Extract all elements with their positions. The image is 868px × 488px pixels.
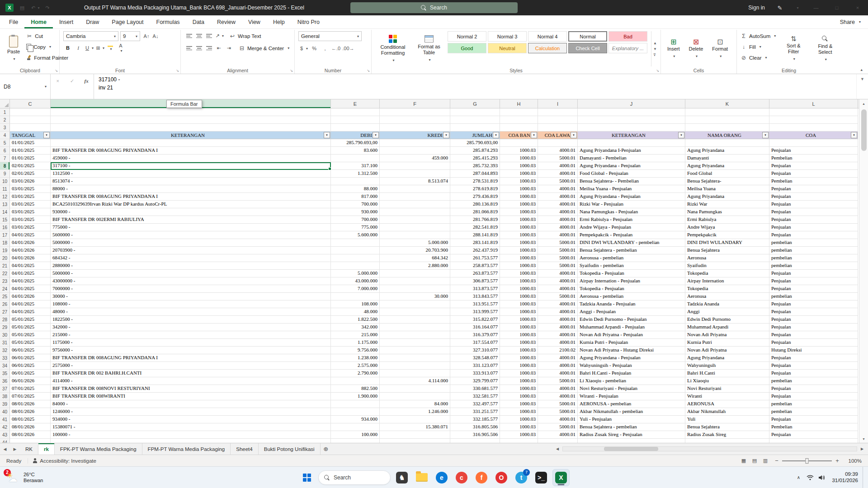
cell-K17[interactable]: Pempekpakcik	[685, 231, 769, 239]
cell-I34[interactable]: 4000.01	[538, 362, 578, 370]
cell-I32[interactable]: 2100.02	[538, 347, 578, 354]
cell-E6[interactable]: 83.600	[331, 147, 380, 155]
cell-J7[interactable]: Damayanti - Pembelian	[578, 155, 685, 162]
cell-E9[interactable]: 1.312.500	[331, 170, 380, 178]
cell-G38[interactable]: 332.581.577	[450, 393, 500, 400]
row-header-22[interactable]: 22	[0, 270, 10, 277]
cell-J18[interactable]: DINI DWI WULANDARY - pembelian	[578, 239, 685, 247]
cell-D5[interactable]	[51, 139, 331, 147]
cell-G17[interactable]: 288.141.819	[450, 231, 500, 239]
cell-F38[interactable]	[380, 393, 450, 400]
cell-K34[interactable]: Wahyuningsih	[685, 362, 769, 370]
cell-C3[interactable]	[10, 124, 51, 131]
align-left-icon[interactable]	[184, 44, 193, 53]
column-header-G[interactable]: G	[450, 99, 500, 108]
cell-I28[interactable]: 4000.01	[538, 316, 578, 324]
cell-L44[interactable]	[769, 439, 858, 443]
cell-D14[interactable]: 930000 -	[51, 208, 331, 216]
scroll-left-icon[interactable]: ◀	[553, 447, 561, 451]
cell-D16[interactable]: 775000 -	[51, 224, 331, 231]
cell-G12[interactable]: 279.436.819	[450, 193, 500, 201]
weather-widget[interactable]: 2 ☀ ☁ 26°C Berawan	[2, 467, 47, 488]
taskbar-app-firefox[interactable]: f	[473, 469, 490, 486]
cell-H36[interactable]: 1000.03	[500, 377, 538, 385]
cell-D1[interactable]	[51, 108, 331, 116]
cell-J16[interactable]: Andre Wijaya - Penjualan	[578, 224, 685, 231]
cell-I30[interactable]: 4000.01	[538, 331, 578, 339]
row-header-32[interactable]: 32	[0, 347, 10, 354]
tab-review[interactable]: Review	[211, 15, 242, 28]
cell-G29[interactable]: 316.164.077	[450, 324, 500, 331]
cell-I39[interactable]: 5000.01	[538, 400, 578, 408]
cell-G11[interactable]: 278.619.819	[450, 185, 500, 193]
cell-L39[interactable]: pembelian	[769, 400, 858, 408]
conditional-formatting-button[interactable]: Conditional Formatting	[375, 31, 410, 66]
cell-L43[interactable]: Penjualan	[769, 431, 858, 439]
cell-F21[interactable]: 2.880.000	[380, 262, 450, 270]
wifi-icon[interactable]	[805, 471, 816, 484]
cell-L30[interactable]: Penjualan	[769, 331, 858, 339]
taskbar-app-file-explorer[interactable]	[413, 469, 430, 486]
filter-button-nama-orang[interactable]: ▾	[762, 132, 769, 138]
cell-D11[interactable]: 88000 -	[51, 185, 331, 193]
tab-page-layout[interactable]: Page Layout	[105, 15, 150, 28]
cell-D7[interactable]: 459000 -	[51, 155, 331, 162]
cell-L14[interactable]: Penjualan	[769, 208, 858, 216]
cell-J37[interactable]: Novi Resturiyani - Penjualan	[578, 385, 685, 393]
increase-decimal-icon[interactable]: ←.0	[331, 44, 340, 53]
row-header-9[interactable]: 9	[0, 170, 10, 178]
cell-style-good[interactable]: Good	[448, 43, 486, 53]
cell-J36[interactable]: Li Xiaoqiu - pembelian	[578, 377, 685, 385]
maximize-button[interactable]: □	[826, 0, 847, 15]
cell-style-bad[interactable]: Bad	[609, 31, 647, 42]
cell-D35[interactable]: BIF TRANSFER DR 002 BAHRI.H.CANTI	[51, 370, 331, 377]
cell-L36[interactable]: pembelian	[769, 377, 858, 385]
cell-G15[interactable]: 281.766.819	[450, 216, 500, 224]
cell-D29[interactable]: 342000 -	[51, 324, 331, 331]
cell-L19[interactable]: pembelian	[769, 247, 858, 254]
cell-H30[interactable]: 1000.03	[500, 331, 538, 339]
cell-J34[interactable]: Wahyuningsih - Penjualan	[578, 362, 685, 370]
row-header-4[interactable]: 4	[0, 131, 10, 139]
cell-L17[interactable]: Penjualan	[769, 231, 858, 239]
cell-L10[interactable]: Pembelian	[769, 178, 858, 185]
column-header-H[interactable]: H	[500, 99, 538, 108]
cell-J21[interactable]: Syaifudin - pembelian	[578, 262, 685, 270]
cell-C7[interactable]: 01/01/2025	[10, 155, 51, 162]
cell-J13[interactable]: Rizki War - Penjualan	[578, 201, 685, 208]
font-size-select[interactable]: 9	[120, 31, 140, 41]
cell-L12[interactable]: Penjualan	[769, 193, 858, 201]
delete-cells-button[interactable]: ⊠ Delete	[686, 31, 706, 66]
cell-D10[interactable]: 8513074 -	[51, 178, 331, 185]
cell-H1[interactable]	[500, 108, 538, 116]
cell-L5[interactable]	[769, 139, 858, 147]
cell-C43[interactable]: 08/01/2026	[10, 431, 51, 439]
cell-F32[interactable]	[380, 347, 450, 354]
tab-home[interactable]: Home	[24, 15, 53, 28]
cell-C18[interactable]: 04/01/2026	[10, 239, 51, 247]
cell-J43[interactable]: Radius Zusak Sireg - Penjualan	[578, 431, 685, 439]
clock[interactable]: 09:39 31/01/2026	[828, 471, 862, 483]
cell-F13[interactable]	[380, 201, 450, 208]
cell-E18[interactable]	[331, 239, 380, 247]
cell-I29[interactable]: 4000.01	[538, 324, 578, 331]
cell-J31[interactable]: Kurnia Putri - Penjualan	[578, 339, 685, 347]
cell-D22[interactable]: 5000000 -	[51, 270, 331, 277]
row-header-15[interactable]: 15	[0, 216, 10, 224]
cell-E14[interactable]: 930.000	[331, 208, 380, 216]
cell-G20[interactable]: 261.753.577	[450, 254, 500, 262]
cell-J6[interactable]: Agung Priyandana I-Penjualan	[578, 147, 685, 155]
cell-F30[interactable]	[380, 331, 450, 339]
cell-H29[interactable]: 1000.03	[500, 324, 538, 331]
cell-K12[interactable]: Agung Priyandana	[685, 193, 769, 201]
cell-D26[interactable]: 108000 -	[51, 300, 331, 308]
cell-F18[interactable]: 5.000.000	[380, 239, 450, 247]
cell-D6[interactable]: BIF TRANSFER DR 008AGUNG PRIYANDANA I	[51, 147, 331, 155]
row-header-27[interactable]: 27	[0, 308, 10, 316]
cell-J39[interactable]: AERONUSA - pembelian	[578, 400, 685, 408]
pen-icon[interactable]: ✎	[771, 0, 788, 15]
cell-F39[interactable]: 84.000	[380, 400, 450, 408]
cell-F41[interactable]	[380, 416, 450, 423]
cell-C6[interactable]: 01/01/2025	[10, 147, 51, 155]
cell-G16[interactable]: 282.541.819	[450, 224, 500, 231]
